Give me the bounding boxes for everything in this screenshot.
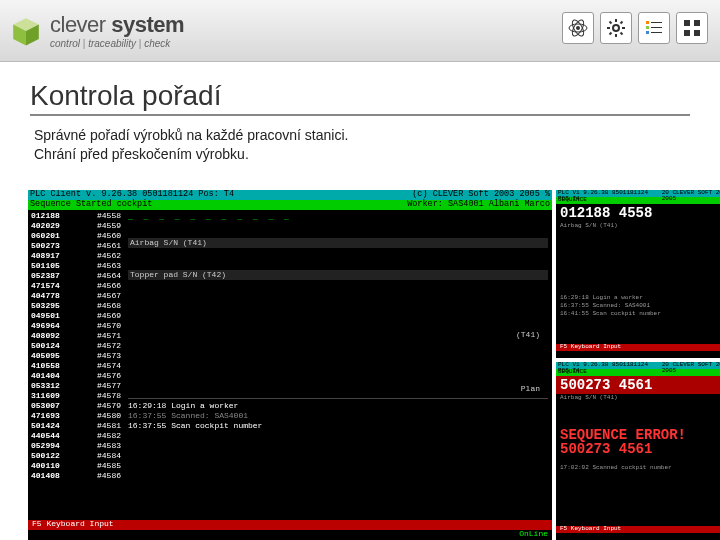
sequence-column: 012188#4558402029#4559060201#4560500273#… — [28, 210, 124, 520]
sequence-row[interactable]: 402029#4559 — [31, 221, 121, 231]
main-greenbar: Sequence Started cockpit Worker: SAS4001… — [28, 200, 552, 210]
sequence-row[interactable]: 471574#4566 — [31, 281, 121, 291]
tagline-check: check — [144, 38, 170, 49]
sequence-row[interactable]: 052994#4583 — [31, 441, 121, 451]
sequence-row[interactable]: 496964#4570 — [31, 321, 121, 331]
f5-hint[interactable]: F5 Keyboard Input — [32, 520, 114, 530]
svg-point-7 — [613, 25, 619, 31]
sequence-error-label: SEQUENCE ERROR! — [556, 428, 720, 442]
svg-rect-17 — [646, 26, 649, 29]
side1-airbag: Airbag S/N (T41) — [556, 222, 720, 230]
svg-rect-22 — [684, 20, 690, 26]
sequence-row[interactable]: 500273#4561 — [31, 241, 121, 251]
side2-online: OnLine — [556, 533, 720, 540]
screenshots-area: PLC Client v. 9.26.38 0501181124 Pos: T4… — [28, 190, 720, 540]
input-blanks[interactable]: _ _ _ _ _ _ _ _ _ _ _ — [128, 212, 548, 222]
log-line: 16:37:55 Scan cockpit number — [128, 421, 548, 431]
sequence-row[interactable]: 408917#4562 — [31, 251, 121, 261]
sequence-row[interactable]: 053007#4579 — [31, 401, 121, 411]
sequence-row[interactable]: 440544#4582 — [31, 431, 121, 441]
field-airbag[interactable]: Airbag S/N (T41) — [128, 238, 548, 248]
checklist-icon[interactable] — [638, 12, 670, 44]
online-status: OnLine — [519, 530, 548, 540]
sequence-row[interactable]: 401404#4576 — [31, 371, 121, 381]
slide-body: Kontrola pořadí Správné pořadí výrobků n… — [0, 62, 720, 172]
sequence-row[interactable]: 012188#4558 — [31, 211, 121, 221]
side1-online: OnLine — [556, 351, 720, 358]
main-redbar: F5 Keyboard Input — [28, 520, 552, 530]
subtitle-1: Správné pořadí výrobků na každé pracovní… — [34, 126, 690, 145]
sequence-row[interactable]: 500124#4572 — [31, 341, 121, 351]
side1-zero: 0 — [556, 254, 720, 266]
main-statusbar: OnLine — [28, 530, 552, 540]
page-title: Kontrola pořadí — [30, 80, 690, 116]
sequence-row[interactable]: 405095#4573 — [31, 351, 121, 361]
log-line: 16:37:55 Scanned: SAS4001 — [128, 411, 548, 421]
side2-airbag: Airbag S/N (T41) — [556, 394, 720, 402]
terminal-main: PLC Client v. 9.26.38 0501181124 Pos: T4… — [28, 190, 552, 540]
sequence-row[interactable]: 501105#4563 — [31, 261, 121, 271]
sequence-row[interactable]: 500122#4584 — [31, 451, 121, 461]
log-area: 16:29:18 Login a worker 16:37:55 Scanned… — [128, 398, 548, 431]
logo: clever system control | traceability | c… — [10, 12, 184, 49]
side1-bignum: 012188 4558 — [556, 204, 720, 222]
atom-icon[interactable] — [562, 12, 594, 44]
sequence-row[interactable]: 408092#4571 — [31, 331, 121, 341]
svg-point-6 — [576, 26, 580, 30]
svg-line-14 — [610, 33, 612, 35]
subtitle-2: Chrání před přeskočením výrobku. — [34, 145, 690, 164]
field-topper[interactable]: Topper pad S/N (T42) — [128, 270, 548, 280]
svg-line-15 — [621, 22, 623, 24]
sequence-row[interactable]: 501424#4581 — [31, 421, 121, 431]
header-toolbar — [562, 12, 708, 44]
main-right-panel: _ _ _ _ _ _ _ _ _ _ _ Airbag S/N (T41) T… — [124, 210, 552, 520]
sequence-row[interactable]: 401408#4586 — [31, 471, 121, 481]
wordmark: clever system control | traceability | c… — [50, 12, 184, 49]
svg-rect-18 — [646, 31, 649, 34]
sequence-row[interactable]: 410558#4574 — [31, 361, 121, 371]
grid-icon[interactable] — [676, 12, 708, 44]
sequence-row[interactable]: 049501#4569 — [31, 311, 121, 321]
greenbar-right: Worker: SAS4001 Albani Marco — [407, 200, 550, 210]
sequence-row[interactable]: 052387#4564 — [31, 271, 121, 281]
sequence-row[interactable]: 400110#4585 — [31, 461, 121, 471]
app-header: clever system control | traceability | c… — [0, 0, 720, 62]
svg-rect-16 — [646, 21, 649, 24]
brand-right: system — [111, 12, 184, 37]
log-line: 16:29:18 Login a worker — [128, 401, 548, 411]
sequence-row[interactable]: 503295#4568 — [31, 301, 121, 311]
brand-left: clever — [50, 12, 106, 37]
side2-bignum: 500273 4561 — [556, 376, 720, 394]
tagline-control: control — [50, 38, 80, 49]
sequence-row[interactable]: 471693#4580 — [31, 411, 121, 421]
side1-redbar: F5 Keyboard Input — [556, 344, 720, 351]
sequence-row[interactable]: 053312#4577 — [31, 381, 121, 391]
greenbar-left: Sequence Started cockpit — [30, 200, 152, 210]
svg-rect-25 — [694, 30, 700, 36]
svg-rect-24 — [684, 30, 690, 36]
tagline-trace: traceability — [88, 38, 136, 49]
sequence-row[interactable]: 404778#4567 — [31, 291, 121, 301]
terminal-side-2: PLC V1 9.26.38 8501181124 POS T420 CLEVE… — [556, 362, 720, 540]
gear-icon[interactable] — [600, 12, 632, 44]
side2-redbar: F5 Keyboard Input — [556, 526, 720, 533]
sequence-row[interactable]: 311609#4578 — [31, 391, 121, 401]
label-plan: Plan — [128, 384, 548, 394]
terminal-side-1: PLC V1 9.26.38 8501181124 POS T420 CLEVE… — [556, 190, 720, 358]
sequence-row[interactable]: 060201#4560 — [31, 231, 121, 241]
sequence-error-num: 500273 4561 — [556, 442, 720, 456]
svg-line-13 — [621, 33, 623, 35]
label-t41: (T41) — [128, 330, 548, 340]
svg-line-12 — [610, 22, 612, 24]
svg-rect-23 — [694, 20, 700, 26]
cube-icon — [10, 15, 42, 47]
